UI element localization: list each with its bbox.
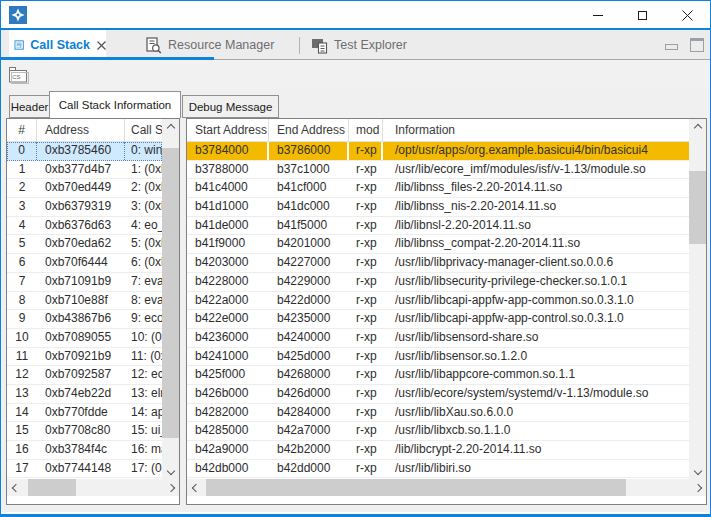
scroll-left-icon[interactable] xyxy=(7,479,24,496)
column-header[interactable]: Address xyxy=(37,119,125,141)
table-row[interactable]: 30xb63793193: (0xb xyxy=(7,198,162,217)
table-row[interactable]: 110xb70921b911: (0x xyxy=(7,348,162,367)
table-row[interactable]: b422a000b422d000r-xp/usr/lib/libcapi-app… xyxy=(187,292,689,311)
maximize-icon xyxy=(638,11,647,20)
table-header-row: #AddressCall St xyxy=(7,119,162,142)
scroll-down-icon[interactable] xyxy=(689,462,706,479)
table-cell: b3788000 xyxy=(187,161,269,179)
table-row[interactable]: 20xb70ed4492: (0xb xyxy=(7,179,162,198)
tab-label: Test Explorer xyxy=(334,38,407,52)
table-row[interactable]: b426b000b426d000r-xp/usr/lib/ecore/syste… xyxy=(187,385,689,404)
table-cell: b41d1000 xyxy=(187,198,269,216)
scroll-up-icon[interactable] xyxy=(689,119,706,136)
tab-label: Resource Manager xyxy=(168,38,274,52)
table-cell: b4236000 xyxy=(187,329,269,347)
table-cell: 0xb6376d63 xyxy=(37,217,125,235)
table-row[interactable]: b4241000b425d000r-xp/usr/lib/libsensor.s… xyxy=(187,348,689,367)
scrollbar-thumb[interactable] xyxy=(206,479,626,496)
column-header[interactable]: End Address xyxy=(269,119,349,141)
table-cell: 14: ap xyxy=(125,404,162,422)
table-row[interactable]: b4228000b4229000r-xp/usr/lib/libsecurity… xyxy=(187,273,689,292)
table-cell: 15 xyxy=(7,422,37,440)
tab-call-stack-information[interactable]: Call Stack Information xyxy=(49,91,181,118)
scroll-down-icon[interactable] xyxy=(162,462,179,479)
table-cell: b41f5000 xyxy=(269,217,349,235)
table-header-row: Start AddressEnd AddressmodInformation xyxy=(187,119,689,142)
table-row[interactable]: b4203000b4227000r-xp/usr/lib/libprivacy-… xyxy=(187,254,689,273)
table-cell: b42dd000 xyxy=(269,460,349,478)
table-row[interactable]: b41de000b41f5000r-xp/lib/libnsl-2.20-201… xyxy=(187,217,689,236)
table-cell: 0xb710e88f xyxy=(37,292,125,310)
table-cell: 0 xyxy=(7,142,37,160)
table-cell: 17: (0x xyxy=(125,460,162,478)
table-row[interactable]: b42a9000b42b2000r-xp/lib/libcrypt-2.20-2… xyxy=(187,441,689,460)
table-cell: 2: (0xb xyxy=(125,179,162,197)
titlebar[interactable] xyxy=(1,1,710,30)
scroll-right-icon[interactable] xyxy=(689,479,706,496)
column-header[interactable]: Information xyxy=(383,119,689,141)
table-row[interactable]: 140xb770fdde14: ap xyxy=(7,404,162,423)
table-row[interactable]: 130xb74eb22d13: elr xyxy=(7,385,162,404)
tab-resource-manager[interactable]: Resource Manager xyxy=(145,30,274,60)
tab-close-icon[interactable] xyxy=(97,39,106,51)
table-row[interactable]: b4282000b4284000r-xp/usr/lib/libXau.so.6… xyxy=(187,404,689,423)
minimize-button[interactable] xyxy=(575,1,620,30)
table-cell: 11: (0x xyxy=(125,348,162,366)
table-row[interactable]: b4285000b42a7000r-xp/usr/lib/libxcb.so.1… xyxy=(187,422,689,441)
scroll-up-icon[interactable] xyxy=(162,119,179,136)
scrollbar-thumb[interactable] xyxy=(689,171,706,244)
table-row[interactable]: 80xb710e88f8: evas xyxy=(7,292,162,311)
table-cell: b41de000 xyxy=(187,217,269,235)
close-button[interactable] xyxy=(665,1,710,30)
table-row[interactable]: 10xb377d4b71: (0xb xyxy=(7,161,162,180)
table-row[interactable]: b41f9000b4201000r-xp/lib/libnss_compat-2… xyxy=(187,235,689,254)
vertical-scrollbar[interactable] xyxy=(162,119,179,479)
table-cell: 17 xyxy=(7,460,37,478)
horizontal-scrollbar[interactable] xyxy=(187,479,706,496)
table-row[interactable]: b42db000b42dd000r-xp/usr/lib/libiri.so xyxy=(187,460,689,479)
table-row[interactable]: b4236000b4240000r-xp/usr/lib/libsensord-… xyxy=(187,329,689,348)
table-row[interactable]: b3788000b37c1000r-xp/usr/lib/ecore_imf/m… xyxy=(187,161,689,180)
scroll-left-icon[interactable] xyxy=(187,479,204,496)
table-row[interactable]: b41d1000b41dc000r-xp/lib/libnss_nis-2.20… xyxy=(187,198,689,217)
column-header[interactable]: # xyxy=(7,119,37,141)
tab-call-stack[interactable]: CS Call Stack xyxy=(9,30,106,60)
table-row[interactable]: 50xb70eda625: (0xb xyxy=(7,235,162,254)
tab-test-explorer[interactable]: Test Explorer xyxy=(311,30,407,60)
table-row[interactable]: b3784000b3786000r-xp/opt/usr/apps/org.ex… xyxy=(187,142,689,161)
table-cell: 14 xyxy=(7,404,37,422)
table-cell: 5 xyxy=(7,235,37,253)
table-row[interactable]: b41c4000b41cf000r-xp/lib/libnss_files-2.… xyxy=(187,179,689,198)
table-cell: 0xb7708c80 xyxy=(37,422,125,440)
maximize-button[interactable] xyxy=(620,1,665,30)
horizontal-scrollbar[interactable] xyxy=(7,479,179,496)
table-row[interactable]: b425f000b4268000r-xp/usr/lib/libappcore-… xyxy=(187,366,689,385)
call-stack-panel: #AddressCall St00xb37854600: win_10xb377… xyxy=(6,118,180,505)
call-stack-icon: CS xyxy=(14,37,24,53)
pane-minimize-icon[interactable] xyxy=(665,44,678,50)
table-row[interactable]: 40xb6376d634: eo_ xyxy=(7,217,162,236)
tab-debug-message[interactable]: Debug Message xyxy=(182,95,279,118)
call-stack-toolbar-button[interactable]: CS xyxy=(6,63,30,85)
scroll-right-icon[interactable] xyxy=(162,479,179,496)
vertical-scrollbar[interactable] xyxy=(689,119,706,479)
table-row[interactable]: 150xb7708c8015: ui_ xyxy=(7,422,162,441)
call-stack-table: #AddressCall St00xb37854600: win_10xb377… xyxy=(7,119,162,478)
table-row[interactable]: b422e000b4235000r-xp/usr/lib/libcapi-app… xyxy=(187,310,689,329)
column-header[interactable]: mod xyxy=(349,119,383,141)
column-header[interactable]: Start Address xyxy=(187,119,269,141)
column-header[interactable]: Call St xyxy=(125,119,162,141)
table-row[interactable]: 100xb708905510: (0x xyxy=(7,329,162,348)
tab-header[interactable]: Header xyxy=(9,95,50,118)
table-row[interactable]: 00xb37854600: win_ xyxy=(7,142,162,161)
pane-restore-icon[interactable] xyxy=(690,38,704,52)
table-row[interactable]: 170xb774414817: (0x xyxy=(7,460,162,479)
table-row[interactable]: 70xb71091b97: evas xyxy=(7,273,162,292)
table-row[interactable]: 160xb3784f4c16: ma xyxy=(7,441,162,460)
scrollbar-thumb[interactable] xyxy=(162,148,179,438)
table-row[interactable]: 90xb43867b69: eco xyxy=(7,310,162,329)
scrollbar-thumb[interactable] xyxy=(28,479,76,496)
table-cell: r-xp xyxy=(349,254,383,272)
table-row[interactable]: 60xb70f64446: (0xb xyxy=(7,254,162,273)
table-row[interactable]: 120xb709258712: eco xyxy=(7,366,162,385)
